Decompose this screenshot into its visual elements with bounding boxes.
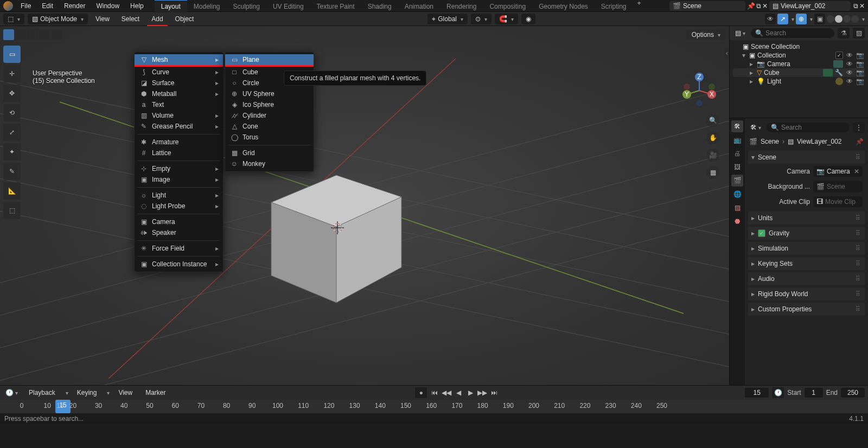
new-collection[interactable]: ▧	[853, 28, 865, 39]
tab-tool[interactable]: 🛠	[731, 120, 743, 132]
panel-simulation[interactable]: ▸Simulation⠿	[748, 242, 865, 255]
add-menu-item-grease-pencil[interactable]: ✎Grease Pencil▸	[135, 121, 223, 132]
mesh-menu-item-cone[interactable]: △Cone	[225, 121, 314, 132]
mesh-menu-item-plane[interactable]: ▭Plane	[225, 54, 314, 65]
workspace-tab-sculpting[interactable]: Sculpting	[227, 0, 266, 12]
active-clip-field[interactable]: 🎞Movie Clip	[813, 196, 863, 207]
add-menu-item-surface[interactable]: ◪Surface▸	[135, 78, 223, 88]
overlay-dropdown[interactable]	[808, 15, 813, 23]
workspace-tab-layout[interactable]: Layout	[155, 0, 187, 12]
outliner-display-mode[interactable]: ▤	[733, 28, 748, 38]
timeline-editor-type[interactable]: 🕐	[3, 388, 20, 398]
panel-rigid-body[interactable]: ▸Rigid Body World⠿	[748, 287, 865, 300]
jump-start-icon[interactable]: ⏮	[429, 388, 440, 398]
select-mode-box[interactable]	[3, 29, 14, 40]
tool-transform[interactable]: ✦	[3, 143, 21, 161]
add-menu[interactable]: Add	[147, 14, 167, 24]
play-icon[interactable]: ▶	[465, 388, 476, 398]
copy-icon[interactable]: ⧉	[756, 2, 761, 10]
gizmo-toggle[interactable]: ↗	[777, 14, 788, 24]
tab-viewlayer[interactable]: 🖼	[731, 161, 743, 173]
breadcrumb-viewlayer[interactable]: ViewLayer_002	[797, 138, 842, 145]
viewlayer-selector[interactable]: ▤ViewLayer_002	[769, 1, 851, 11]
properties-search[interactable]: 🔍Search	[767, 123, 850, 132]
snap-selector[interactable]: 🧲	[495, 14, 518, 24]
eye-icon[interactable]: 👁	[846, 78, 854, 85]
workspace-tab-modeling[interactable]: Modeling	[187, 0, 227, 12]
add-menu-item-empty[interactable]: ⊹Empty▸	[135, 163, 223, 174]
copy-viewlayer-icon[interactable]: ⧉	[853, 2, 858, 10]
workspace-tab-shading[interactable]: Shading	[361, 0, 398, 12]
tab-world[interactable]: 🌐	[731, 188, 743, 200]
render-icon[interactable]: 📷	[856, 69, 864, 76]
light-data-icon[interactable]	[835, 78, 843, 85]
eye-icon[interactable]: 👁	[846, 52, 854, 59]
proportional-edit[interactable]: ◉	[521, 14, 535, 24]
mesh-menu-item-grid[interactable]: ▦Grid	[225, 148, 314, 158]
tree-item-camera[interactable]: ▸📷Camera👁📷	[733, 60, 865, 68]
mesh-menu-item-ico-sphere[interactable]: ◈Ico Sphere	[225, 99, 314, 110]
mesh-menu-item-cylinder[interactable]: ⌭Cylinder	[225, 110, 314, 121]
camera-view-icon[interactable]: 🎥	[706, 149, 719, 162]
add-menu-item-speaker[interactable]: 🕪Speaker	[135, 227, 223, 238]
select-mode-invert[interactable]	[39, 29, 50, 40]
jump-end-icon[interactable]: ⏭	[489, 388, 500, 398]
pin-icon[interactable]: 📌	[856, 138, 864, 145]
menu-render[interactable]: Render	[59, 1, 91, 11]
workspace-tab-compositing[interactable]: Compositing	[483, 0, 532, 12]
tool-measure[interactable]: 📐	[3, 182, 21, 200]
tool-select-box[interactable]: ▭	[3, 46, 21, 63]
shading-modes[interactable]	[827, 15, 859, 23]
gizmo-dropdown[interactable]	[790, 15, 794, 23]
tab-render[interactable]: 📺	[731, 134, 743, 146]
timeline-marker-menu[interactable]: Marker	[141, 387, 170, 398]
properties-options[interactable]: ⋮	[853, 122, 865, 133]
menu-edit[interactable]: Edit	[36, 1, 59, 11]
tree-collection[interactable]: ▾▣Collection ✓👁📷	[733, 51, 865, 60]
timeline-view-menu[interactable]: View	[114, 387, 137, 398]
panel-keying-sets[interactable]: ▸Keying Sets⠿	[748, 257, 865, 270]
close-icon[interactable]: ✕	[762, 2, 768, 10]
pan-icon[interactable]: ✋	[706, 131, 719, 144]
keyframe-prev-icon[interactable]: ◀◀	[441, 388, 452, 398]
mesh-menu-item-uv-sphere[interactable]: ⊕UV Sphere	[225, 88, 314, 99]
select-mode-subtract[interactable]	[27, 29, 38, 40]
add-menu-item-armature[interactable]: ✱Armature	[135, 137, 223, 148]
tree-scene-collection[interactable]: ▣Scene Collection	[733, 42, 865, 51]
pin-icon[interactable]: 📌	[747, 2, 755, 10]
panel-gravity[interactable]: ▸✓Gravity⠿	[748, 227, 865, 240]
add-menu-item-collection-instance[interactable]: ▣Collection Instance▸	[135, 259, 223, 270]
workspace-tab-uv[interactable]: UV Editing	[266, 0, 310, 12]
overlay-toggle[interactable]: ⊕	[796, 14, 807, 24]
properties-type-icon[interactable]: 🛠	[748, 123, 763, 132]
panel-custom-props[interactable]: ▸Custom Properties⠿	[748, 303, 865, 316]
tool-cursor[interactable]: ✛	[3, 65, 21, 82]
workspace-tab-animation[interactable]: Animation	[398, 0, 440, 12]
exclude-checkbox[interactable]: ✓	[835, 52, 843, 59]
breadcrumb-scene[interactable]: Scene	[761, 138, 779, 145]
timeline-playback-menu[interactable]: Playback	[24, 387, 60, 398]
menu-file[interactable]: File	[15, 1, 36, 11]
panel-units[interactable]: ▸Units⠿	[748, 212, 865, 225]
xray-toggle[interactable]: ▣	[814, 14, 825, 24]
camera-field[interactable]: 📷Camera✕	[813, 166, 863, 177]
render-icon[interactable]: 📷	[856, 78, 864, 85]
n-panel-toggle[interactable]: ‹	[724, 48, 729, 59]
add-menu-item-text[interactable]: aText	[135, 99, 223, 110]
workspace-tab-rendering[interactable]: Rendering	[440, 0, 483, 12]
add-menu-item-curve[interactable]: ⟆Curve▸	[135, 67, 223, 78]
tab-physics[interactable]: ⬣	[731, 215, 743, 227]
zoom-icon[interactable]: 🔍	[706, 114, 719, 127]
current-frame-field[interactable]: 15	[745, 388, 769, 398]
tool-add-cube[interactable]: ⬚	[3, 202, 21, 219]
camera-data-icon[interactable]	[833, 60, 843, 68]
render-icon[interactable]: 📷	[856, 60, 864, 68]
3d-viewport[interactable]: ▭ ✛ ✥ ⟲ ⤢ ✦ ✎ 📐 ⬚ User Perspective (15) …	[0, 26, 729, 385]
timeline-ruler[interactable]: 15 0101520304050607080901001101201301401…	[0, 400, 868, 414]
end-frame-field[interactable]: 250	[841, 388, 865, 398]
pivot-selector[interactable]: ⊙	[471, 14, 492, 24]
frame-lock-icon[interactable]: 🕐	[772, 387, 784, 398]
add-menu-item-image[interactable]: ▣Image▸	[135, 174, 223, 185]
close-viewlayer-icon[interactable]: ✕	[859, 2, 865, 10]
menu-window[interactable]: Window	[91, 1, 125, 11]
